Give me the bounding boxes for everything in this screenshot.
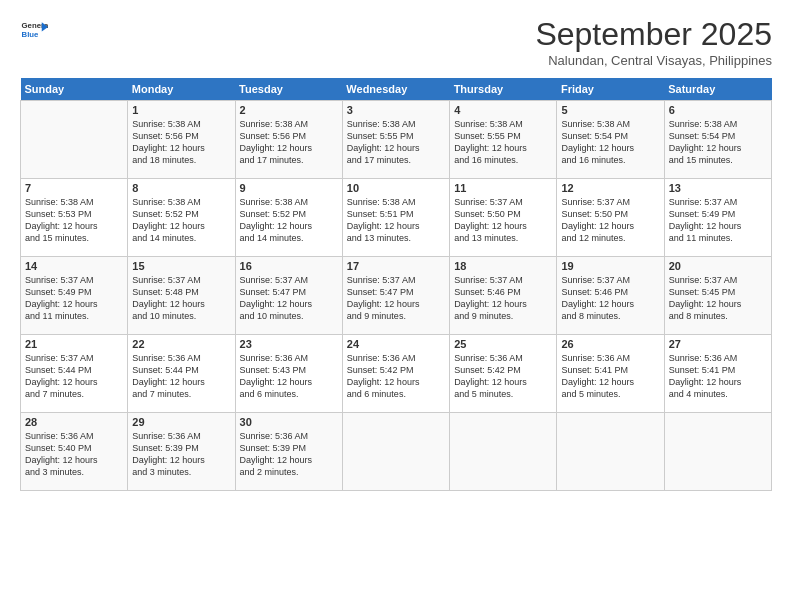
day-number: 29: [132, 416, 230, 428]
table-row: 19Sunrise: 5:37 AM Sunset: 5:46 PM Dayli…: [557, 257, 664, 335]
day-number: 2: [240, 104, 338, 116]
table-row: 21Sunrise: 5:37 AM Sunset: 5:44 PM Dayli…: [21, 335, 128, 413]
table-row: 22Sunrise: 5:36 AM Sunset: 5:44 PM Dayli…: [128, 335, 235, 413]
header-monday: Monday: [128, 78, 235, 101]
day-info: Sunrise: 5:38 AM Sunset: 5:56 PM Dayligh…: [132, 118, 230, 167]
table-row: 28Sunrise: 5:36 AM Sunset: 5:40 PM Dayli…: [21, 413, 128, 491]
table-row: 6Sunrise: 5:38 AM Sunset: 5:54 PM Daylig…: [664, 101, 771, 179]
table-row: 27Sunrise: 5:36 AM Sunset: 5:41 PM Dayli…: [664, 335, 771, 413]
header-thursday: Thursday: [450, 78, 557, 101]
table-row: 1Sunrise: 5:38 AM Sunset: 5:56 PM Daylig…: [128, 101, 235, 179]
table-row: 25Sunrise: 5:36 AM Sunset: 5:42 PM Dayli…: [450, 335, 557, 413]
day-number: 19: [561, 260, 659, 272]
page-header: General Blue September 2025 Nalundan, Ce…: [20, 16, 772, 68]
day-info: Sunrise: 5:38 AM Sunset: 5:52 PM Dayligh…: [132, 196, 230, 245]
day-info: Sunrise: 5:36 AM Sunset: 5:41 PM Dayligh…: [669, 352, 767, 401]
calendar-table: Sunday Monday Tuesday Wednesday Thursday…: [20, 78, 772, 491]
table-row: [450, 413, 557, 491]
calendar-week-1: 1Sunrise: 5:38 AM Sunset: 5:56 PM Daylig…: [21, 101, 772, 179]
day-info: Sunrise: 5:37 AM Sunset: 5:46 PM Dayligh…: [454, 274, 552, 323]
day-number: 4: [454, 104, 552, 116]
logo-icon: General Blue: [20, 16, 48, 44]
table-row: 10Sunrise: 5:38 AM Sunset: 5:51 PM Dayli…: [342, 179, 449, 257]
table-row: 30Sunrise: 5:36 AM Sunset: 5:39 PM Dayli…: [235, 413, 342, 491]
table-row: 16Sunrise: 5:37 AM Sunset: 5:47 PM Dayli…: [235, 257, 342, 335]
table-row: [664, 413, 771, 491]
day-number: 17: [347, 260, 445, 272]
day-info: Sunrise: 5:36 AM Sunset: 5:42 PM Dayligh…: [454, 352, 552, 401]
day-number: 11: [454, 182, 552, 194]
day-number: 18: [454, 260, 552, 272]
day-number: 30: [240, 416, 338, 428]
table-row: 3Sunrise: 5:38 AM Sunset: 5:55 PM Daylig…: [342, 101, 449, 179]
table-row: [557, 413, 664, 491]
calendar-header-row: Sunday Monday Tuesday Wednesday Thursday…: [21, 78, 772, 101]
day-info: Sunrise: 5:36 AM Sunset: 5:42 PM Dayligh…: [347, 352, 445, 401]
calendar-week-3: 14Sunrise: 5:37 AM Sunset: 5:49 PM Dayli…: [21, 257, 772, 335]
day-info: Sunrise: 5:37 AM Sunset: 5:50 PM Dayligh…: [561, 196, 659, 245]
day-number: 9: [240, 182, 338, 194]
day-info: Sunrise: 5:36 AM Sunset: 5:44 PM Dayligh…: [132, 352, 230, 401]
day-info: Sunrise: 5:38 AM Sunset: 5:55 PM Dayligh…: [454, 118, 552, 167]
day-number: 20: [669, 260, 767, 272]
day-number: 21: [25, 338, 123, 350]
day-number: 8: [132, 182, 230, 194]
day-info: Sunrise: 5:38 AM Sunset: 5:53 PM Dayligh…: [25, 196, 123, 245]
day-number: 1: [132, 104, 230, 116]
svg-text:Blue: Blue: [22, 30, 40, 39]
table-row: 17Sunrise: 5:37 AM Sunset: 5:47 PM Dayli…: [342, 257, 449, 335]
day-number: 5: [561, 104, 659, 116]
table-row: 26Sunrise: 5:36 AM Sunset: 5:41 PM Dayli…: [557, 335, 664, 413]
day-number: 24: [347, 338, 445, 350]
day-number: 26: [561, 338, 659, 350]
day-info: Sunrise: 5:37 AM Sunset: 5:48 PM Dayligh…: [132, 274, 230, 323]
day-info: Sunrise: 5:37 AM Sunset: 5:44 PM Dayligh…: [25, 352, 123, 401]
day-number: 10: [347, 182, 445, 194]
title-section: September 2025 Nalundan, Central Visayas…: [535, 16, 772, 68]
logo: General Blue: [20, 16, 48, 44]
day-number: 28: [25, 416, 123, 428]
day-info: Sunrise: 5:38 AM Sunset: 5:54 PM Dayligh…: [669, 118, 767, 167]
table-row: 29Sunrise: 5:36 AM Sunset: 5:39 PM Dayli…: [128, 413, 235, 491]
day-number: 14: [25, 260, 123, 272]
table-row: 9Sunrise: 5:38 AM Sunset: 5:52 PM Daylig…: [235, 179, 342, 257]
day-info: Sunrise: 5:37 AM Sunset: 5:45 PM Dayligh…: [669, 274, 767, 323]
day-info: Sunrise: 5:37 AM Sunset: 5:47 PM Dayligh…: [347, 274, 445, 323]
day-number: 3: [347, 104, 445, 116]
day-info: Sunrise: 5:38 AM Sunset: 5:55 PM Dayligh…: [347, 118, 445, 167]
location-subtitle: Nalundan, Central Visayas, Philippines: [535, 53, 772, 68]
month-title: September 2025: [535, 16, 772, 53]
day-info: Sunrise: 5:36 AM Sunset: 5:41 PM Dayligh…: [561, 352, 659, 401]
header-tuesday: Tuesday: [235, 78, 342, 101]
day-info: Sunrise: 5:37 AM Sunset: 5:50 PM Dayligh…: [454, 196, 552, 245]
day-number: 7: [25, 182, 123, 194]
calendar-week-5: 28Sunrise: 5:36 AM Sunset: 5:40 PM Dayli…: [21, 413, 772, 491]
day-info: Sunrise: 5:37 AM Sunset: 5:46 PM Dayligh…: [561, 274, 659, 323]
day-info: Sunrise: 5:37 AM Sunset: 5:47 PM Dayligh…: [240, 274, 338, 323]
table-row: 14Sunrise: 5:37 AM Sunset: 5:49 PM Dayli…: [21, 257, 128, 335]
table-row: 18Sunrise: 5:37 AM Sunset: 5:46 PM Dayli…: [450, 257, 557, 335]
table-row: 20Sunrise: 5:37 AM Sunset: 5:45 PM Dayli…: [664, 257, 771, 335]
day-info: Sunrise: 5:37 AM Sunset: 5:49 PM Dayligh…: [25, 274, 123, 323]
calendar-week-4: 21Sunrise: 5:37 AM Sunset: 5:44 PM Dayli…: [21, 335, 772, 413]
day-info: Sunrise: 5:37 AM Sunset: 5:49 PM Dayligh…: [669, 196, 767, 245]
table-row: 5Sunrise: 5:38 AM Sunset: 5:54 PM Daylig…: [557, 101, 664, 179]
day-info: Sunrise: 5:38 AM Sunset: 5:52 PM Dayligh…: [240, 196, 338, 245]
day-info: Sunrise: 5:38 AM Sunset: 5:51 PM Dayligh…: [347, 196, 445, 245]
day-info: Sunrise: 5:36 AM Sunset: 5:43 PM Dayligh…: [240, 352, 338, 401]
header-sunday: Sunday: [21, 78, 128, 101]
day-number: 22: [132, 338, 230, 350]
table-row: 11Sunrise: 5:37 AM Sunset: 5:50 PM Dayli…: [450, 179, 557, 257]
day-number: 13: [669, 182, 767, 194]
table-row: 7Sunrise: 5:38 AM Sunset: 5:53 PM Daylig…: [21, 179, 128, 257]
day-info: Sunrise: 5:36 AM Sunset: 5:39 PM Dayligh…: [240, 430, 338, 479]
day-info: Sunrise: 5:36 AM Sunset: 5:39 PM Dayligh…: [132, 430, 230, 479]
header-friday: Friday: [557, 78, 664, 101]
table-row: 12Sunrise: 5:37 AM Sunset: 5:50 PM Dayli…: [557, 179, 664, 257]
day-number: 16: [240, 260, 338, 272]
table-row: [342, 413, 449, 491]
table-row: 4Sunrise: 5:38 AM Sunset: 5:55 PM Daylig…: [450, 101, 557, 179]
day-number: 6: [669, 104, 767, 116]
header-saturday: Saturday: [664, 78, 771, 101]
day-info: Sunrise: 5:36 AM Sunset: 5:40 PM Dayligh…: [25, 430, 123, 479]
